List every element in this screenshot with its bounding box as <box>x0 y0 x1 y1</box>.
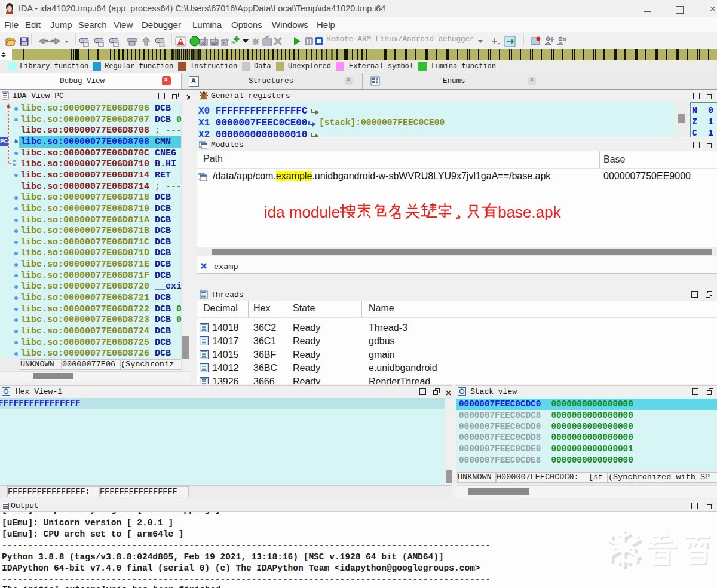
svg-text:A: A <box>223 41 226 46</box>
svg-text:c: c <box>498 41 500 47</box>
svg-text:100: 100 <box>200 42 207 45</box>
svg-text:010: 010 <box>211 42 217 45</box>
